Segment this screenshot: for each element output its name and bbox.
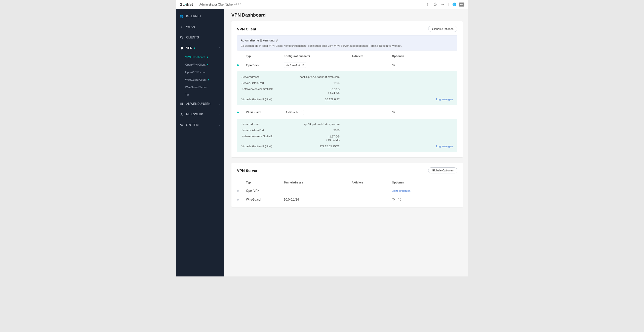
status-dot [207, 64, 208, 65]
page-title: VPN Dashboard [231, 13, 463, 18]
apps-icon [180, 102, 184, 105]
content: VPN Dashboard VPN Client Globale Optione… [224, 9, 468, 276]
swap-icon: ⇄ [299, 111, 302, 114]
client-table-header: Typ Konfigurationsdatei Aktiviere Option… [231, 52, 463, 60]
arrow-down-icon: ↓ [328, 135, 329, 138]
detail-label-port: Server-Listen-Port [242, 81, 297, 84]
globe-icon[interactable]: 🌐 [452, 2, 457, 7]
divider [448, 3, 449, 6]
swap-icon: ⇄ [302, 64, 304, 67]
svg-rect-4 [182, 103, 183, 104]
sidebar-item-label: WLAN [186, 25, 195, 29]
chevron-down-icon: ⌄ [218, 113, 220, 116]
config-select[interactable]: de.frankfurt ⇄ [284, 63, 306, 68]
setup-link[interactable]: Jetzt einrichten [392, 189, 411, 192]
global-options-button[interactable]: Globale Optionen [428, 26, 457, 32]
server-row-wireguard: WireGuard 10.0.0.1/24 [231, 195, 463, 204]
sidebar-item-wireguard-server[interactable]: WireGuard Server [176, 83, 224, 91]
sidebar-item-network[interactable]: NETZWERK ⌄ [176, 109, 224, 120]
detail-value-traffic: ↓1.57 GB ↑49.64 MB [297, 135, 340, 142]
gear-icon [180, 123, 184, 126]
help-icon[interactable]: ? [425, 2, 430, 7]
status-dot [237, 112, 239, 113]
chevron-down-icon: ⌄ [218, 124, 220, 126]
detail-value-port: 1194 [297, 81, 340, 84]
detail-value-ip: 172.25.35.25/32 [297, 145, 340, 148]
sidebar-item-label: CLIENTS [186, 36, 199, 39]
language-badge[interactable]: DE [459, 3, 464, 7]
global-options-button[interactable]: Globale Optionen [428, 167, 457, 173]
sidebar-item-label: VPN [186, 46, 192, 50]
divider [196, 3, 196, 7]
log-link[interactable]: Log anzeigen [436, 98, 453, 101]
sidebar-item-system[interactable]: SYSTEM ⌄ [176, 120, 224, 130]
arrow-down-icon: ↓ [330, 88, 331, 91]
chevron-down-icon: ⌄ [218, 103, 220, 105]
sidebar-item-internet[interactable]: 🌐 INTERNET [176, 11, 224, 22]
col-tunnel: Tunneladresse [284, 181, 349, 184]
config-select[interactable]: fra94-adb ⇄ [284, 110, 304, 115]
client-detail-wireguard: Serveradresse vpn94.prd.frankfurt.ovpn.c… [237, 119, 457, 153]
svg-rect-6 [182, 104, 183, 105]
col-options: Optionen [392, 181, 412, 184]
detail-value-addr: pool-1.prd.de.frankfurt.ovpn.com [297, 75, 340, 78]
sidebar-item-tor[interactable]: Tor [176, 91, 224, 99]
status-dot [237, 190, 239, 192]
status-dot [194, 48, 195, 49]
row-type: OpenVPN [246, 189, 281, 193]
detail-label-traffic: Netzwerkverkehr Statistik [242, 87, 297, 95]
row-type: OpenVPN [246, 64, 281, 67]
status-dot [207, 57, 208, 58]
col-type: Typ [246, 55, 281, 58]
detail-label-traffic: Netzwerkverkehr Statistik [242, 135, 297, 142]
sidebar-item-label: OpenVPN Client [185, 63, 206, 66]
row-type: WireGuard [246, 198, 281, 201]
logout-icon[interactable]: ⇥ [440, 2, 445, 7]
sidebar-item-label: SYSTEM [186, 123, 198, 127]
detail-value-ip: 10.129.0.27 [297, 98, 340, 101]
col-enable: Aktiviere [352, 181, 389, 184]
detail-label-addr: Serveradresse [242, 123, 297, 126]
log-link[interactable]: Log anzeigen [436, 145, 453, 148]
card-title: VPN Server [237, 168, 258, 173]
sidebar-item-label: VPN Dashboard [185, 56, 205, 59]
detail-value-traffic: ↓0.00 B ↑3.31 KB [297, 87, 340, 95]
row-type: WireGuard [246, 111, 281, 114]
col-enable: Aktiviere [352, 55, 389, 58]
gear-icon[interactable] [392, 198, 395, 202]
sidebar-item-openvpn-client[interactable]: OpenVPN Client [176, 61, 224, 68]
status-dot [237, 64, 239, 66]
sidebar-item-wlan[interactable]: WLAN [176, 22, 224, 32]
sidebar-item-label: WireGuard Client [185, 78, 206, 81]
sidebar-item-apps[interactable]: ANWENDUNGEN ⌄ [176, 99, 224, 109]
sidebar-item-wireguard-client[interactable]: WireGuard Client [176, 76, 224, 83]
sidebar-item-vpn-dashboard[interactable]: VPN Dashboard [176, 53, 224, 61]
arrow-up-icon: ↑ [328, 91, 329, 94]
sidebar-item-openvpn-server[interactable]: OpenVPN Server [176, 68, 224, 76]
devices-icon [180, 36, 184, 39]
client-row-wireguard: WireGuard fra94-adb ⇄ [231, 107, 463, 118]
version-label: v4.5.8 [234, 3, 241, 6]
svg-rect-5 [181, 104, 182, 105]
brand-logo: GL·iNet [180, 3, 193, 7]
detail-label-ip: Virtuelle Geräte-IP (IPv4) [242, 98, 297, 101]
detail-value-addr: vpn94.prd.frankfurt.ovpn.com [297, 123, 340, 126]
shuffle-icon[interactable] [398, 198, 401, 202]
globe-icon: 🌐 [180, 15, 184, 18]
reboot-icon[interactable]: ⏻ [432, 2, 438, 7]
detail-label-port: Server-Listen-Port [242, 129, 297, 132]
arrow-up-icon: ↑ [326, 139, 327, 141]
sidebar-item-vpn[interactable]: VPN ⌃ [176, 43, 224, 53]
detail-value-port: 9929 [297, 129, 340, 132]
swap-icon[interactable]: ⇄ [276, 39, 278, 42]
sidebar-item-clients[interactable]: CLIENTS [176, 32, 224, 43]
sidebar-item-label: ANWENDUNGEN [186, 102, 211, 106]
gear-icon[interactable] [392, 110, 395, 114]
vpn-client-card: VPN Client Globale Optionen Automatische… [231, 21, 463, 157]
status-dot [237, 199, 239, 201]
gear-icon[interactable] [392, 63, 395, 67]
shield-icon [180, 46, 184, 50]
svg-point-7 [181, 113, 182, 114]
sidebar-item-label: Tor [185, 93, 189, 96]
network-icon [180, 113, 184, 116]
